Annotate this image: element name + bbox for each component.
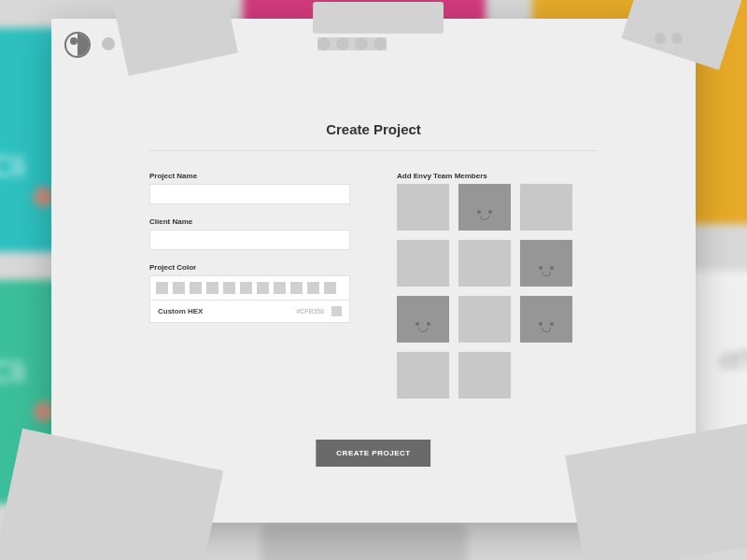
bg-card [261,523,467,560]
project-name-input[interactable] [149,184,350,204]
color-swatch[interactable] [206,282,218,294]
team-member-tile[interactable] [397,184,449,231]
color-swatch[interactable] [307,282,319,294]
brand-logo-icon [64,32,91,58]
team-member-tile[interactable] [458,184,511,231]
create-project-modal: Create Project Project Name Client Name … [51,19,696,523]
color-swatch[interactable] [156,282,168,294]
bg-card-text: Cli [0,355,25,389]
custom-hex-row: Custom HEX #CFB358 [149,301,350,323]
modal-content: Project Name Client Name Project Color C… [149,172,598,399]
team-member-grid [397,184,598,399]
color-swatch[interactable] [223,282,235,294]
team-member-tile[interactable] [397,240,449,287]
color-swatch[interactable] [257,282,269,294]
color-swatch[interactable] [173,282,185,294]
color-swatch[interactable] [190,282,202,294]
team-member-tile[interactable] [520,240,572,287]
color-swatch[interactable] [274,282,286,294]
team-member-tile[interactable] [397,296,449,343]
team-member-tile[interactable] [458,240,511,287]
color-swatch[interactable] [290,282,303,294]
custom-hex-preview-swatch [331,306,342,316]
team-section-label: Add Envy Team Members [397,172,598,180]
create-project-button[interactable]: CREATE PROJECT [316,440,430,467]
bg-card-text: Cli [0,149,25,184]
team-member-tile[interactable] [458,352,511,399]
color-swatch[interactable] [324,282,336,294]
decoration-shape [313,2,444,34]
header-dot [671,33,683,44]
decoration-dots [317,37,387,50]
decoration-shape [565,424,747,560]
project-color-label: Project Color [149,263,350,272]
decoration-shape [0,428,223,560]
team-member-tile[interactable] [520,184,572,231]
header-dot [102,37,115,50]
client-name-label: Client Name [149,217,350,226]
custom-hex-label: Custom HEX [158,307,203,315]
project-name-label: Project Name [149,172,350,180]
divider [149,150,598,151]
header-dot [655,33,666,44]
header-dot-group [655,33,683,44]
team-member-tile[interactable] [397,352,449,399]
form-column: Project Name Client Name Project Color C… [149,172,350,399]
client-name-input[interactable] [149,230,350,250]
team-member-tile[interactable] [458,296,511,343]
color-swatch-row [149,275,350,301]
team-member-tile[interactable] [520,296,572,343]
header-dot-group [102,37,115,50]
custom-hex-value: #CFB358 [296,308,324,315]
color-swatch[interactable] [240,282,252,294]
bg-card-text: ct? [720,345,747,374]
team-column: Add Envy Team Members [397,172,598,399]
